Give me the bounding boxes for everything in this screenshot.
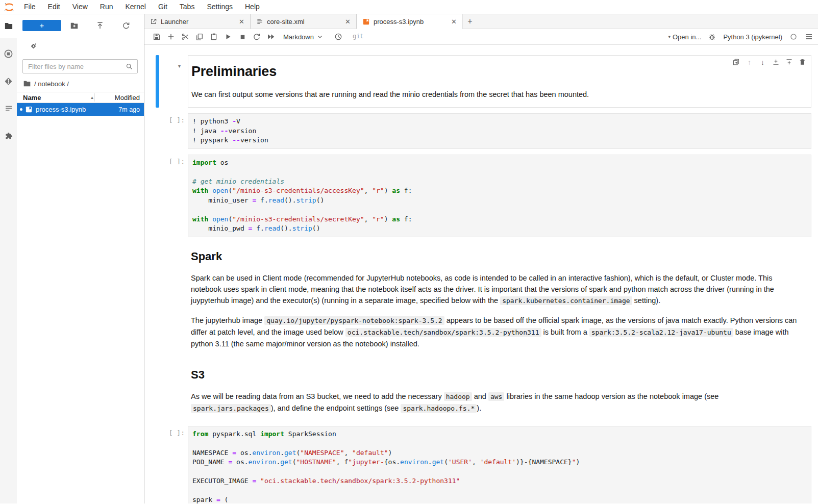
code-cell-editor[interactable]: ! python3 -V! java --version! pyspark --… xyxy=(188,113,811,149)
chevron-down-icon xyxy=(317,34,323,40)
hamburger-menu-icon[interactable] xyxy=(805,33,813,41)
stop-circle-icon xyxy=(4,49,13,59)
upload-icon[interactable] xyxy=(87,21,113,30)
sidebar-tab-git[interactable] xyxy=(0,69,17,93)
refresh-icon[interactable] xyxy=(113,21,139,30)
breadcrumb-path[interactable]: / notebook / xyxy=(34,80,69,88)
save-icon[interactable] xyxy=(150,31,164,43)
menu-kernel[interactable]: Kernel xyxy=(119,0,152,14)
insert-cell-below-icon[interactable] xyxy=(785,58,794,66)
move-cell-down-icon[interactable]: ↓ xyxy=(758,58,767,66)
run-icon[interactable] xyxy=(221,31,235,43)
close-icon[interactable]: ✕ xyxy=(343,18,352,26)
code-cell-minio-credentials: [ ]: import os # get minio credentialswi… xyxy=(144,155,811,237)
filter-files-input[interactable] xyxy=(22,59,138,73)
menu-help[interactable]: Help xyxy=(239,0,266,14)
menu-tabs[interactable]: Tabs xyxy=(173,0,201,14)
cell-prompt: [ ]: xyxy=(169,429,185,437)
puzzle-icon xyxy=(4,132,13,141)
column-divider xyxy=(94,93,95,102)
new-folder-icon[interactable] xyxy=(61,21,87,30)
restart-run-all-icon[interactable] xyxy=(264,31,278,43)
column-header-modified[interactable]: Modified xyxy=(115,94,140,102)
menu-run[interactable]: Run xyxy=(94,0,119,14)
insert-cell-above-icon[interactable] xyxy=(772,58,780,66)
new-tab-button[interactable]: + xyxy=(463,14,477,29)
file-row[interactable]: process-s3.ipynb 7m ago xyxy=(17,103,144,116)
markdown-cell-body[interactable]: S3 As we will be reading data from an S3… xyxy=(188,361,811,420)
menu-file[interactable]: File xyxy=(18,0,42,14)
tab-label: process-s3.ipynb xyxy=(374,18,446,26)
cell-collapser[interactable] xyxy=(156,55,159,108)
add-cell-icon[interactable] xyxy=(164,31,178,43)
markdown-paragraph: Spark can be used in Client mode (recomm… xyxy=(191,272,803,307)
breadcrumb[interactable]: / notebook / xyxy=(17,77,144,92)
git-clone-icon[interactable] xyxy=(30,42,37,50)
cell-toolbar: ↑ ↓ xyxy=(732,58,807,66)
launcher-icon xyxy=(150,18,157,25)
tab-process-s3-ipynb[interactable]: process-s3.ipynb ✕ xyxy=(357,14,463,29)
list-icon xyxy=(4,104,13,113)
menu-view[interactable]: View xyxy=(66,0,94,14)
file-browser-panel: + / notebook / xyxy=(17,14,144,503)
duplicate-cell-icon[interactable] xyxy=(732,58,740,66)
kernel-status-icon[interactable] xyxy=(789,33,798,41)
sort-asc-icon[interactable]: ▲ xyxy=(90,95,94,100)
markdown-paragraph: As we will be reading data from an S3 bu… xyxy=(191,391,803,414)
markdown-cell-body[interactable]: ↑ ↓ Preliminaries We can first out xyxy=(188,55,811,108)
code-cell-spark-session: [ ]: from pyspark.sql import SparkSessio… xyxy=(144,426,811,504)
sidebar-tab-toc[interactable] xyxy=(0,97,17,120)
stop-icon[interactable] xyxy=(235,31,250,43)
file-list-header: Name ▲ Modified xyxy=(17,92,144,103)
caret-down-icon: ▾ xyxy=(668,34,671,39)
git-status-dot xyxy=(20,108,22,111)
close-icon[interactable]: ✕ xyxy=(450,18,458,26)
cell-prompt: [ ]: xyxy=(169,116,185,124)
text-file-icon xyxy=(256,18,263,25)
move-cell-up-icon[interactable]: ↑ xyxy=(745,58,754,66)
markdown-paragraph: The jupyterhub image quay.io/jupyter/pys… xyxy=(191,315,803,349)
open-in-dropdown[interactable]: ▾ Open in... xyxy=(668,33,701,41)
markdown-cell-body[interactable]: Spark Spark can be used in Client mode (… xyxy=(188,243,811,356)
menu-bar: File Edit View Run Kernel Git Tabs Setti… xyxy=(0,0,818,14)
notebook-icon xyxy=(362,18,370,26)
heading-collapse-icon[interactable]: ▾ xyxy=(178,63,181,69)
home-folder-icon[interactable] xyxy=(23,80,31,88)
git-icon xyxy=(4,77,13,86)
code-cell-editor[interactable]: import os # get minio credentialswith op… xyxy=(188,155,811,237)
tab-label: core-site.xml xyxy=(267,18,340,26)
debugger-bug-icon[interactable] xyxy=(708,33,716,41)
cell-type-select[interactable]: Markdown xyxy=(283,33,323,41)
cell-gutter xyxy=(144,243,188,356)
execution-time-icon[interactable] xyxy=(331,31,345,43)
paste-icon[interactable] xyxy=(207,31,221,43)
menu-edit[interactable]: Edit xyxy=(42,0,66,14)
sidebar-tab-extensions[interactable] xyxy=(0,124,17,148)
file-browser-toolbar: + xyxy=(17,14,144,37)
delete-cell-icon[interactable] xyxy=(798,58,807,66)
sidebar-tab-running[interactable] xyxy=(0,42,17,65)
markdown-paragraph: We can first output some versions that a… xyxy=(191,89,803,100)
kernel-name[interactable]: Python 3 (ipykernel) xyxy=(723,33,782,41)
markdown-cell-preliminaries: ▾ ↑ ↓ xyxy=(144,55,811,108)
file-modified: 7m ago xyxy=(118,106,140,113)
column-header-name[interactable]: Name xyxy=(23,94,41,102)
copy-icon[interactable] xyxy=(192,31,207,43)
restart-kernel-icon[interactable] xyxy=(250,31,264,43)
open-in-label: Open in... xyxy=(673,33,701,41)
tab-launcher[interactable]: Launcher ✕ xyxy=(144,14,251,29)
markdown-cell-spark: Spark Spark can be used in Client mode (… xyxy=(144,243,811,356)
cell-type-value: Markdown xyxy=(283,33,314,41)
close-icon[interactable]: ✕ xyxy=(237,18,246,26)
notebook-toolbar: Markdown git ▾ Open in... Python 3 (ipyk… xyxy=(144,29,818,45)
cut-icon[interactable] xyxy=(178,31,192,43)
sidebar-tab-file-browser[interactable] xyxy=(0,14,17,38)
tab-core-site-xml[interactable]: core-site.xml ✕ xyxy=(251,14,357,29)
code-cell-editor[interactable]: from pyspark.sql import SparkSession NAM… xyxy=(188,426,811,504)
markdown-heading: S3 xyxy=(191,368,803,382)
menu-settings[interactable]: Settings xyxy=(201,0,239,14)
menu-git[interactable]: Git xyxy=(152,0,173,14)
new-launcher-button[interactable]: + xyxy=(22,20,61,31)
markdown-heading: Spark xyxy=(191,250,803,263)
markdown-heading: Preliminaries xyxy=(191,64,803,80)
